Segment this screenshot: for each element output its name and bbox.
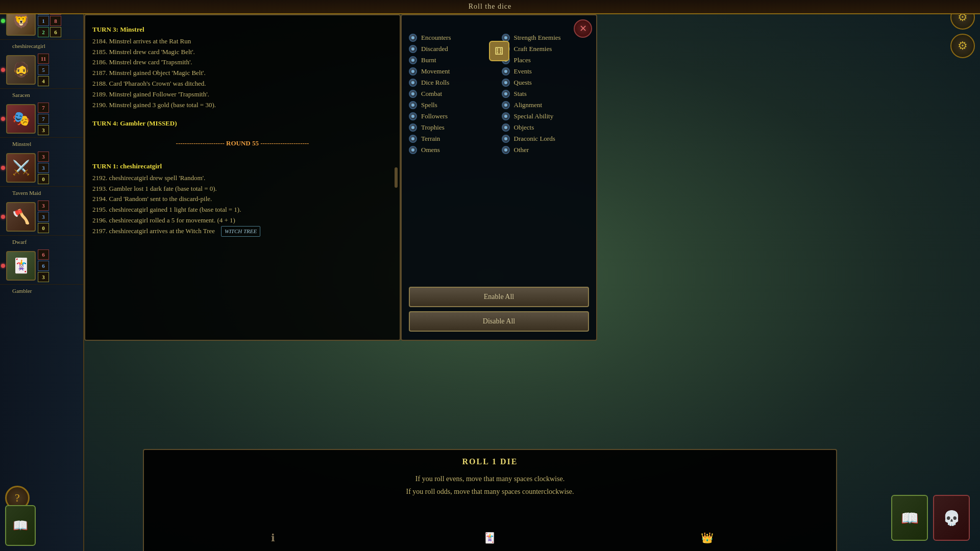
filter-draconic-lords[interactable]: Draconic Lords: [502, 135, 590, 143]
scroll-indicator[interactable]: [395, 167, 398, 188]
bottom-nav: ℹ 🃏 👑: [144, 528, 836, 548]
player-avatar-tavern: ⚔️: [6, 153, 36, 183]
log-entry-2194: 2194. Card 'Random' sent to the discard-…: [92, 194, 393, 205]
left-sidebar: 🦁 1 8 1 8 2 6 cheshirecatgirl 🧔: [0, 0, 84, 551]
stat-cheshire-3: 1: [38, 16, 49, 26]
log-turn4-header: TURN 4: Gambler (MISSED): [92, 118, 393, 129]
stat-gambler-3: 3: [38, 272, 49, 282]
filter-other-label: Other: [514, 146, 529, 154]
filter-craft-enemies[interactable]: Craft Enemies: [502, 45, 590, 53]
main-log-panel: TURN 3: Minstrel 2184. Minstrel arrives …: [84, 14, 401, 341]
player-indicator-dwarf: [1, 215, 5, 219]
player-indicator-cheshire: [1, 19, 5, 23]
nav-info-icon[interactable]: ℹ: [263, 528, 283, 548]
stat-gambler-2: 6: [38, 261, 49, 271]
die-icon: ⚅: [489, 41, 509, 61]
player-card-tavern: ⚔️ 3 3 0: [0, 149, 83, 187]
log-round55-header: ---------------------- ROUND 55 --------…: [92, 138, 393, 149]
player-avatar-dwarf: 🪓: [6, 202, 36, 232]
log-entry-2197: 2197. cheshirecatgirl arrives at the Wit…: [92, 226, 393, 237]
filter-places[interactable]: Places: [502, 56, 590, 64]
filter-spells[interactable]: Spells: [409, 101, 497, 109]
stat-saracen-3: 4: [38, 76, 49, 86]
stat-saracen-2: 5: [38, 65, 49, 75]
filter-stats[interactable]: Stats: [502, 90, 590, 98]
log-entry-2185: 2185. Minstrel drew card 'Magic Belt'.: [92, 47, 393, 58]
stat-tavern-3: 0: [38, 174, 49, 184]
player-card-minstrel: 🎭 7 7 3: [0, 101, 83, 138]
log-entry-2196: 2196. cheshirecatgirl rolled a 5 for mov…: [92, 215, 393, 226]
filter-buttons: Enable All Disable All: [409, 287, 589, 332]
filter-discarded[interactable]: Discarded: [409, 45, 497, 53]
filter-special-ability[interactable]: Special Ability: [502, 112, 590, 120]
filter-quests[interactable]: Quests: [502, 79, 590, 87]
filter-trophies[interactable]: Trophies: [409, 123, 497, 132]
stat-minstrel-1: 7: [38, 103, 49, 113]
enable-all-button[interactable]: Enable All: [409, 287, 589, 307]
player-card-saracen: 🧔 11 5 4: [0, 52, 83, 89]
stat-cheshire-6: 6: [50, 27, 61, 37]
stat-tavern-2: 3: [38, 163, 49, 173]
filter-other[interactable]: Other: [502, 146, 590, 154]
player-indicator-tavern: [1, 166, 5, 170]
player-card-gambler: 🃏 6 6 3: [0, 247, 83, 285]
player-name-saracen: Saracen: [12, 92, 30, 98]
log-entry-2195: 2195. cheshirecatgirl gained 1 light fat…: [92, 205, 393, 215]
log-entry-2187: 2187. Minstrel gained Object 'Magic Belt…: [92, 68, 393, 79]
log-entry-2190: 2190. Minstrel gained 3 gold (base total…: [92, 100, 393, 111]
filter-panel: ⚅ Encounters Strength Enemies Discarded …: [401, 14, 597, 341]
bottom-panel: ROLL 1 DIE If you roll evens, move that …: [143, 449, 837, 551]
player-avatar-minstrel: 🎭: [6, 104, 36, 134]
log-entry-2193: 2193. Gambler lost 1 dark fate (base tot…: [92, 184, 393, 194]
player-indicator-gambler: [1, 264, 5, 268]
filter-terrain[interactable]: Terrain: [409, 135, 497, 143]
player-name-tavern: Tavern Maid: [12, 190, 41, 196]
filter-burnt[interactable]: Burnt: [409, 56, 497, 64]
player-avatar-saracen: 🧔: [6, 55, 36, 85]
player-name-minstrel: Minstrel: [12, 141, 31, 147]
bottom-left-card[interactable]: 📖: [5, 505, 36, 546]
filter-alignment[interactable]: Alignment: [502, 101, 590, 109]
stat-minstrel-3: 3: [38, 125, 49, 135]
player-indicator-minstrel: [1, 117, 5, 121]
filter-objects[interactable]: Objects: [502, 123, 590, 132]
filter-dice-rolls[interactable]: Dice Rolls: [409, 79, 497, 87]
right-card-2[interactable]: 💀: [933, 495, 970, 541]
roll-instruction-1: If you roll evens, move that many spaces…: [406, 472, 574, 485]
log-entry-2184: 2184. Minstrel arrives at the Rat Run: [92, 36, 393, 47]
player-name-cheshire: cheshirecatgirl: [12, 43, 45, 49]
settings-button-2[interactable]: ⚙: [950, 34, 975, 58]
top-bar: Roll the dice: [0, 0, 980, 14]
log-entry-2188: 2188. Card 'Pharaoh's Crown' was ditched…: [92, 79, 393, 89]
stat-cheshire-4: 8: [50, 16, 61, 26]
stat-minstrel-2: 7: [38, 114, 49, 124]
filter-movement[interactable]: Movement: [409, 67, 497, 76]
window-title: Roll the dice: [469, 3, 512, 11]
log-entry-2186: 2186. Minstrel drew card 'Trapsmith'.: [92, 57, 393, 68]
stat-tavern-1: 3: [38, 152, 49, 162]
filter-combat[interactable]: Combat: [409, 90, 497, 98]
player-name-gambler: Gambler: [12, 288, 32, 294]
filter-omens[interactable]: Omens: [409, 146, 497, 154]
close-icon: ✕: [579, 23, 587, 34]
stat-dwarf-1: 3: [38, 201, 49, 211]
stat-gambler-1: 6: [38, 249, 49, 260]
log-entry-2192: 2192. cheshirecatgirl drew spell 'Random…: [92, 173, 393, 184]
roll-die-title: ROLL 1 DIE: [462, 457, 518, 466]
stat-dwarf-2: 3: [38, 212, 49, 222]
filter-events[interactable]: Events: [502, 67, 590, 76]
stat-dwarf-3: 0: [38, 223, 49, 233]
nav-cards-icon[interactable]: 🃏: [480, 528, 500, 548]
right-card-1[interactable]: 📖: [891, 495, 928, 541]
player-indicator-saracen: [1, 68, 5, 72]
log-entry-2189: 2189. Minstrel gained Follower 'Trapsmit…: [92, 89, 393, 100]
filter-followers[interactable]: Followers: [409, 112, 497, 120]
close-filter-button[interactable]: ✕: [574, 19, 592, 38]
filter-encounters[interactable]: Encounters: [409, 34, 497, 42]
player-card-dwarf: 🪓 3 3 0: [0, 198, 83, 236]
player-name-dwarf: Dwarf: [12, 239, 27, 245]
nav-crown-icon[interactable]: 👑: [697, 528, 717, 548]
log-turn1-header: TURN 1: cheshirecatgirl: [92, 161, 393, 172]
roll-instruction-2: If you roll odds, move that many spaces …: [406, 485, 574, 498]
disable-all-button[interactable]: Disable All: [409, 311, 589, 332]
